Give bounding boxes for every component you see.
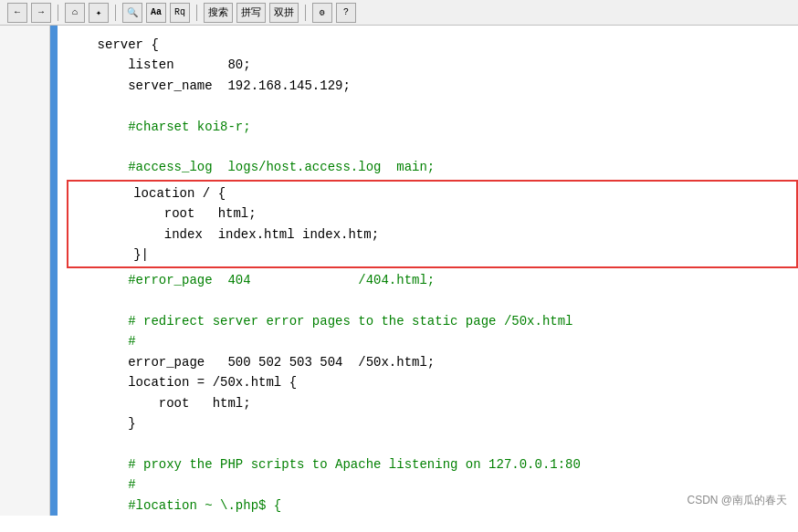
toolbar-separator-1 — [58, 5, 58, 21]
toolbar-separator-3 — [196, 5, 197, 21]
code-line-root: root html; — [68, 203, 796, 224]
highlighted-block: location / { root html; index index.html… — [67, 180, 798, 269]
code-line-server: server { — [67, 35, 798, 55]
toolbar-btn-cn3[interactable]: 双拼 — [269, 3, 299, 23]
toolbar-separator-4 — [305, 5, 306, 21]
code-line-charset: #charset koi8-r; — [67, 117, 798, 137]
toolbar-btn-cn2[interactable]: 拼写 — [236, 3, 266, 23]
code-line-error404: #error_page 404 /404.html; — [67, 270, 798, 290]
left-margin — [0, 26, 50, 516]
toolbar-btn-settings[interactable]: ⚙ — [312, 3, 332, 23]
code-line-close-brace: }| — [68, 245, 796, 265]
code-line-blank1 — [67, 96, 798, 116]
toolbar-btn-fav[interactable]: ✦ — [89, 3, 109, 23]
code-line-error500: error_page 500 502 503 504 /50x.html; — [67, 352, 798, 372]
toolbar-separator-2 — [115, 5, 116, 21]
code-line-blank4 — [67, 433, 798, 454]
toolbar-btn-home[interactable]: ⌂ — [65, 3, 85, 23]
toolbar-btn-back[interactable]: ← — [7, 3, 27, 23]
blue-indicator — [50, 26, 58, 516]
code-line-servername: server_name 192.168.145.129; — [67, 76, 798, 96]
toolbar-btn-aa[interactable]: Aa — [146, 3, 166, 23]
code-line-blank2 — [67, 137, 798, 157]
code-line-close-brace2: } — [67, 413, 798, 433]
toolbar-btn-cn1[interactable]: 搜索 — [204, 3, 233, 23]
code-line-blank3 — [67, 291, 798, 311]
code-line-proxy-comment: # proxy the PHP scripts to Apache listen… — [67, 454, 798, 475]
code-line-redirect-comment: # redirect server error pages to the sta… — [67, 311, 798, 331]
code-line-listen: listen 80; — [67, 55, 798, 75]
code-line-index: index index.html index.htm; — [68, 224, 796, 245]
code-line-hash1: # — [67, 331, 798, 351]
code-line-location50x: location = /50x.html { — [67, 372, 798, 392]
toolbar-bar: ← → ⌂ ✦ 🔍 Aa Rq 搜索 拼写 双拼 ⚙ ? — [0, 0, 798, 26]
toolbar-btn-forward[interactable]: → — [31, 3, 51, 23]
main-container: server { listen 80; server_name 192.168.… — [0, 26, 798, 516]
code-line-accesslog: #access_log logs/host.access.log main; — [67, 157, 798, 177]
code-line-root-html: root html; — [67, 393, 798, 413]
watermark: CSDN @南瓜的春天 — [687, 493, 787, 508]
toolbar-btn-search[interactable]: 🔍 — [122, 3, 142, 23]
code-line-location: location / { — [68, 183, 796, 203]
toolbar-btn-help[interactable]: ? — [336, 3, 356, 23]
toolbar-btn-replace[interactable]: Rq — [170, 3, 190, 23]
code-area[interactable]: server { listen 80; server_name 192.168.… — [58, 26, 798, 516]
